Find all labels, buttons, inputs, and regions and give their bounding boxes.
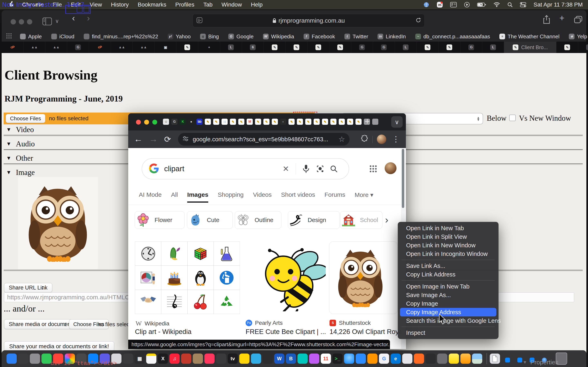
chrome-tab-favicon[interactable]: ✎: [347, 119, 353, 125]
chrome-tab-favicon[interactable]: ✎: [272, 119, 278, 125]
dock-app-icon[interactable]: [402, 354, 412, 364]
scrollbar-thumb[interactable]: [402, 149, 404, 208]
minimized-window-icon[interactable]: [517, 358, 522, 363]
section-audio[interactable]: ▼Audio: [6, 140, 35, 148]
chrome-tab-favicon[interactable]: ◐: [280, 119, 286, 125]
result-type-tab[interactable]: Shopping: [218, 191, 243, 203]
google-profile-avatar[interactable]: [385, 162, 397, 174]
result-title-owl[interactable]: 14,226 Owl Clipart Royalt: [329, 328, 406, 336]
menubar-item[interactable]: Window: [222, 1, 242, 8]
section-image[interactable]: ▼Image: [6, 168, 35, 177]
chrome-tab-favicon[interactable]: ✎: [213, 119, 219, 125]
menubar-item[interactable]: View: [90, 1, 102, 8]
dock-app-icon[interactable]: [309, 354, 319, 364]
context-menu-item[interactable]: Open Image in New Tab: [398, 282, 498, 291]
pinned-tab[interactable]: G: [373, 42, 395, 53]
bookmark-item[interactable]: ~ db_connect.p...aaasaaafaas: [415, 33, 490, 40]
result-type-tab[interactable]: Short videos: [281, 191, 315, 203]
vs-new-window-checkbox[interactable]: [509, 115, 516, 121]
chip-design[interactable]: Design: [288, 211, 340, 229]
bookmarks-grid-icon[interactable]: [6, 33, 12, 40]
chrome-tab-favicon[interactable]: ✎: [339, 119, 345, 125]
pinned-tab[interactable]: 6: [242, 42, 264, 53]
menu-bar-clock[interactable]: Sat Apr 11 7:38 PM: [534, 1, 583, 8]
chrome-tab-favicon[interactable]: ✎: [297, 119, 303, 125]
chrome-tab-favicon[interactable]: G: [171, 119, 177, 125]
menubar-item[interactable]: Profiles: [175, 1, 194, 8]
safari-address-bar[interactable]: rjmprogramming.com.au: [192, 14, 425, 27]
chrome-minimize-button[interactable]: [144, 120, 149, 125]
menubar-item[interactable]: History: [111, 1, 129, 8]
bookmark-item[interactable]: f Facebook: [303, 33, 335, 40]
safari-zoom-button[interactable]: [27, 19, 32, 25]
result-source-pearly-arts[interactable]: Pa Pearly Arts: [246, 320, 283, 326]
chrome-tab-favicon[interactable]: ✎: [238, 119, 244, 125]
context-menu-item[interactable]: Copy Image Address: [400, 308, 496, 317]
bookmark-item[interactable]: Apple: [20, 33, 42, 40]
new-tab-icon[interactable]: +: [559, 14, 564, 22]
pinned-tab[interactable]: ▣: [155, 42, 176, 53]
chrome-tab-favicon[interactable]: M: [247, 119, 253, 125]
dock-app-icon[interactable]: [146, 354, 156, 364]
dock-app-icon[interactable]: [437, 354, 447, 364]
chips-scroll-arrow[interactable]: ›: [385, 214, 388, 225]
result-source-wikipedia[interactable]: W Wikipedia: [136, 320, 169, 327]
pinned-tab[interactable]: L: [220, 42, 242, 53]
tab-search-chevron[interactable]: ∨: [391, 116, 403, 128]
disclosure-triangle-icon[interactable]: ▼: [523, 360, 527, 365]
search-submit-icon[interactable]: [330, 159, 338, 179]
dock-app-icon[interactable]: [7, 354, 17, 364]
dock-app-icon[interactable]: >_: [332, 354, 343, 364]
reload-icon[interactable]: [415, 17, 421, 24]
control-center-icon[interactable]: [520, 2, 526, 7]
chip-flower[interactable]: Flower: [135, 211, 185, 229]
chrome-tab-favicon[interactable]: ●: [188, 119, 194, 125]
chrome-close-button[interactable]: [136, 120, 141, 125]
menubar-item[interactable]: Help: [251, 1, 263, 8]
dock-app-icon[interactable]: 11: [321, 354, 331, 364]
chrome-tab-favicon[interactable]: ✎: [330, 119, 337, 125]
result-image-owl[interactable]: [329, 242, 398, 314]
result-type-tab[interactable]: AI Mode: [139, 191, 162, 203]
dock-app-icon[interactable]: [18, 354, 28, 364]
pinned-tab[interactable]: ✎: [307, 42, 329, 53]
site-settings-icon[interactable]: [182, 136, 189, 143]
pinned-tab[interactable]: G: [351, 42, 373, 53]
dock-app-icon[interactable]: ▦: [135, 354, 145, 364]
result-image-bee[interactable]: [246, 242, 328, 314]
result-type-tab[interactable]: Videos: [253, 191, 272, 203]
voice-search-icon[interactable]: [303, 159, 310, 179]
context-menu-item[interactable]: [402, 325, 495, 327]
owl-clipart-image[interactable]: [18, 177, 98, 269]
bookmark-item[interactable]: find_minus....rep+%22s%22: [84, 33, 158, 40]
result-type-tab[interactable]: More ▾: [355, 191, 373, 203]
active-tab[interactable]: ✎ Client Bro...: [504, 42, 556, 53]
context-menu-item[interactable]: Open Link in Split View: [398, 233, 498, 241]
chrome-tab-favicon[interactable]: K: [180, 119, 186, 125]
chrome-address-bar[interactable]: google.com/search?sca_esv=5e9bb948607cc7…: [178, 133, 350, 146]
section-other[interactable]: ▼Other: [6, 154, 33, 162]
bookmark-item[interactable]: ✳ Yelp: [569, 33, 587, 40]
network-globe-icon[interactable]: [423, 2, 429, 8]
forward-button[interactable]: ›: [87, 14, 90, 22]
pinned-tab[interactable]: G: [460, 42, 482, 53]
share-url-link-button[interactable]: Share URL Link: [4, 283, 52, 292]
chrome-tab-favicon[interactable]: ✎: [322, 119, 328, 125]
pinned-tab[interactable]: ✎: [439, 42, 460, 53]
result-title-wikipedia[interactable]: Clip art - Wikipedia: [135, 328, 191, 336]
pinned-tab[interactable]: ▲▲: [24, 42, 45, 53]
context-menu-item[interactable]: Search this image with Google Lens: [398, 317, 498, 325]
pinned-tab[interactable]: L: [395, 42, 417, 53]
bookmark-item[interactable]: G Google: [228, 33, 254, 40]
dock-app-icon[interactable]: [263, 354, 273, 364]
dock-app-icon[interactable]: [193, 354, 203, 364]
sidebar-chevron-icon[interactable]: ∨: [55, 18, 59, 24]
chrome-tab-favicon[interactable]: ☺: [163, 119, 169, 125]
dock-app-icon[interactable]: [356, 354, 366, 364]
pinned-tab[interactable]: ✎: [329, 42, 351, 53]
pinned-tab[interactable]: ✎: [417, 42, 439, 53]
pinned-tab[interactable]: L: [482, 42, 504, 53]
mimestream-icon[interactable]: m: [437, 2, 443, 8]
share-icon[interactable]: [543, 15, 550, 25]
chrome-back-icon[interactable]: ←: [134, 134, 143, 144]
